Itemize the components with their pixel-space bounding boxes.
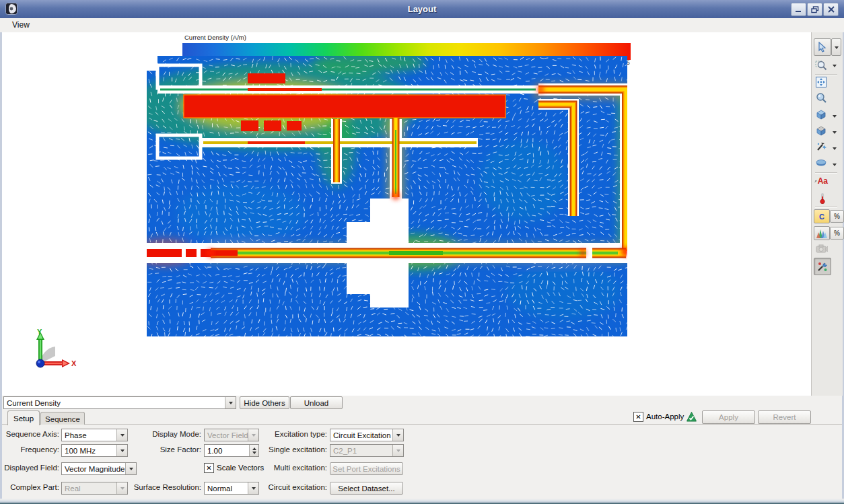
frequency-label: Frequency: bbox=[2, 445, 59, 454]
auto-apply-checkbox[interactable]: ✕ bbox=[633, 412, 643, 422]
field-cone-plot-button[interactable] bbox=[814, 226, 830, 240]
checkbox-check-icon: ✕ bbox=[635, 414, 641, 421]
circuit-excitation-label: Circuit excitation: bbox=[231, 483, 327, 491]
percent-icon: % bbox=[834, 229, 840, 237]
annotation-tool-button[interactable]: Aa bbox=[814, 174, 828, 188]
tabs-row: Setup Sequence ✕ Auto-Apply Apply Revert bbox=[2, 409, 842, 425]
tab-sequence[interactable]: Sequence bbox=[40, 412, 85, 425]
revert-button[interactable]: Revert bbox=[758, 410, 811, 424]
sequence-axis-label: Sequence Axis: bbox=[2, 430, 59, 438]
title-bar[interactable]: Layout bbox=[0, 0, 844, 18]
complex-part-label: Complex Part: bbox=[2, 483, 59, 491]
window-title: Layout bbox=[0, 4, 844, 14]
view-3d-cube-button[interactable] bbox=[814, 108, 828, 121]
thermometer-tool-button[interactable] bbox=[816, 192, 829, 205]
toolbar-separator bbox=[815, 172, 837, 174]
field-percent-button[interactable]: % bbox=[830, 227, 844, 240]
size-factor-label: Size Factor: bbox=[103, 445, 201, 454]
chevron-down-icon bbox=[833, 115, 837, 120]
percent-icon: % bbox=[834, 213, 840, 220]
single-excitation-label: Single excitation: bbox=[231, 445, 327, 454]
chevron-down-icon bbox=[392, 445, 403, 456]
toolbar-separator bbox=[815, 207, 837, 208]
fit-view-button[interactable] bbox=[814, 75, 828, 89]
restore-button[interactable] bbox=[807, 3, 822, 16]
multi-excitation-label: Multi excitation: bbox=[231, 464, 327, 472]
dataset-select-value: Current Density bbox=[4, 399, 225, 407]
menu-view[interactable]: View bbox=[9, 20, 32, 30]
auto-apply-label: Auto-Apply bbox=[646, 412, 684, 421]
plane-view-button[interactable] bbox=[814, 156, 828, 170]
plot-canvas[interactable]: Current Density (A/m) 0.00015 21.3 42.5 … bbox=[2, 32, 811, 396]
minimize-button[interactable] bbox=[791, 3, 806, 16]
select-dataset-button[interactable]: Select Dataset... bbox=[330, 482, 403, 495]
chevron-down-icon bbox=[392, 429, 403, 441]
colorbar-title: Current Density (A/m) bbox=[184, 34, 246, 41]
chevron-down-icon bbox=[125, 463, 136, 474]
set-port-excitations-button[interactable]: Set Port Excitations bbox=[330, 462, 403, 475]
complex-data-button[interactable]: C bbox=[814, 209, 830, 223]
pointer-tool-button[interactable] bbox=[814, 38, 831, 56]
zoom-area-tool-dropdown[interactable] bbox=[830, 57, 839, 73]
unload-button[interactable]: Unload bbox=[290, 396, 343, 409]
scale-vectors-checkbox[interactable]: ✕ bbox=[204, 463, 214, 473]
setup-panel: Sequence Axis: Phase Frequency: 100 MHz … bbox=[2, 425, 842, 499]
zoom-area-tool-button[interactable] bbox=[814, 59, 828, 72]
complex-percent-button[interactable]: % bbox=[830, 210, 844, 223]
chevron-down-icon bbox=[833, 65, 837, 69]
chevron-down-icon bbox=[833, 131, 837, 136]
displayed-field-label: Displayed Field: bbox=[2, 464, 59, 472]
auto-apply-status-icon bbox=[686, 411, 697, 422]
window-border-bottom bbox=[0, 499, 844, 504]
apply-button[interactable]: Apply bbox=[702, 410, 755, 424]
surface-resolution-label: Surface Resolution: bbox=[103, 483, 201, 491]
right-toolbar: Aa C % % bbox=[811, 32, 843, 396]
displayed-field-select[interactable]: Vector Magnitude bbox=[61, 462, 137, 475]
cut-plane-cube-dropdown[interactable] bbox=[830, 124, 839, 140]
chevron-down-icon bbox=[225, 397, 236, 408]
chevron-down-icon bbox=[833, 147, 837, 152]
current-density-plot[interactable] bbox=[147, 56, 627, 336]
camera-button[interactable] bbox=[815, 242, 829, 256]
axis-x-label: X bbox=[71, 359, 77, 367]
excitation-type-label: Excitation type: bbox=[231, 430, 327, 438]
excitation-type-select[interactable]: Circuit Excitation bbox=[330, 429, 404, 441]
shaded-view-dropdown[interactable] bbox=[830, 140, 839, 156]
menu-bar: View bbox=[0, 18, 844, 33]
view-3d-cube-dropdown[interactable] bbox=[830, 108, 839, 124]
cut-plane-cube-button[interactable] bbox=[814, 124, 828, 137]
complex-icon: C bbox=[819, 213, 824, 221]
axis-y-label: Y bbox=[37, 328, 42, 336]
chevron-down-icon bbox=[835, 46, 839, 51]
dataset-bar: Current Density Hide Others Unload bbox=[2, 396, 842, 409]
layout-window: Layout View Current Density (A/m) 0.0001… bbox=[0, 0, 844, 504]
display-mode-label: Display Mode: bbox=[103, 430, 201, 438]
plane-view-dropdown[interactable] bbox=[830, 156, 839, 172]
coordinate-triad: Y X bbox=[20, 326, 77, 371]
plot-properties-button[interactable] bbox=[814, 258, 831, 275]
hide-others-button[interactable]: Hide Others bbox=[240, 396, 289, 409]
chevron-down-icon bbox=[833, 164, 837, 168]
zoom-to-selection-button[interactable] bbox=[814, 92, 828, 105]
checkbox-check-icon: ✕ bbox=[206, 465, 211, 472]
single-excitation-select[interactable]: C2_P1 bbox=[330, 444, 404, 457]
dataset-select[interactable]: Current Density bbox=[3, 396, 236, 409]
close-icon[interactable] bbox=[823, 3, 839, 16]
pointer-tool-dropdown[interactable] bbox=[831, 38, 841, 56]
tab-setup[interactable]: Setup bbox=[7, 410, 40, 425]
annotation-icon: Aa bbox=[818, 176, 828, 186]
shaded-view-button[interactable] bbox=[814, 140, 828, 153]
